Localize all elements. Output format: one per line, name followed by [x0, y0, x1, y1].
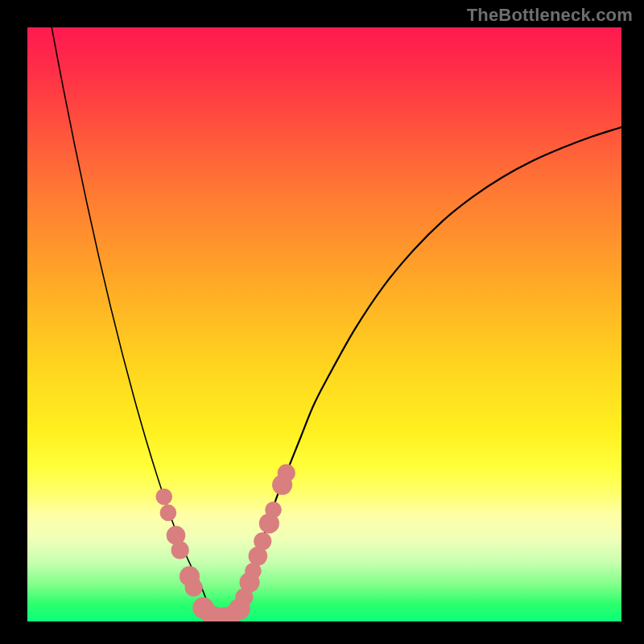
- trough-marker: [160, 505, 177, 522]
- curve-right: [235, 127, 621, 614]
- plot-area: [27, 27, 621, 621]
- trough-marker: [171, 541, 189, 559]
- curve-left: [52, 27, 211, 609]
- trough-marker: [265, 502, 282, 518]
- watermark-label: TheBottleneck.com: [467, 5, 633, 26]
- trough-marker: [254, 532, 271, 550]
- trough-marker: [185, 579, 203, 597]
- trough-marker: [155, 489, 172, 506]
- chart-stage: TheBottleneck.com: [0, 0, 644, 644]
- trough-marker: [278, 464, 295, 481]
- trough-markers: [155, 464, 295, 621]
- curve-layer: [27, 27, 621, 621]
